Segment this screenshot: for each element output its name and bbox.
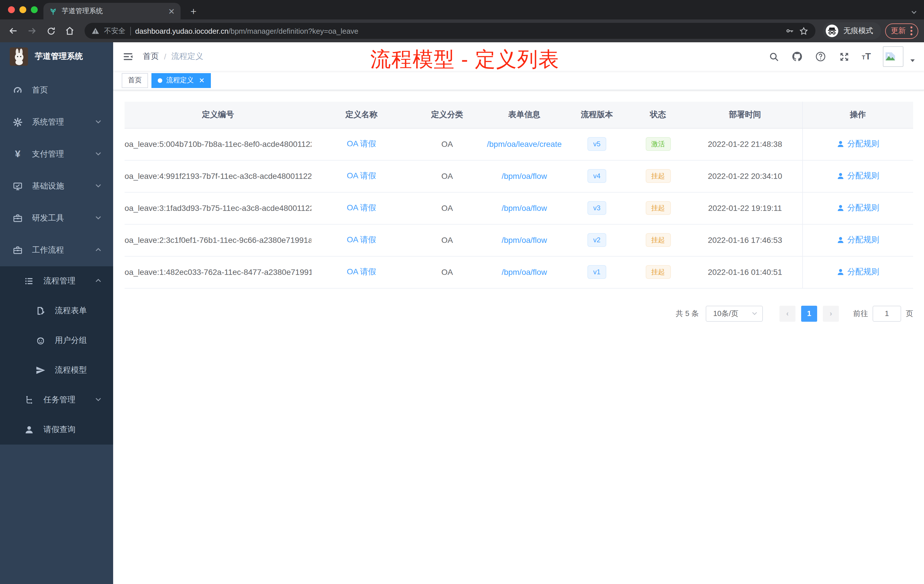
sidebar-item-label: 任务管理: [43, 395, 76, 405]
definition-name-link[interactable]: OA 请假: [347, 267, 376, 276]
form-icon: [35, 306, 46, 316]
password-key-icon[interactable]: [785, 26, 794, 35]
assign-rule-button[interactable]: 分配规则: [837, 139, 879, 149]
form-info-link[interactable]: /bpm/oa/flow: [502, 267, 547, 277]
table-row: oa_leave:2:3c1f0ef1-76b1-11ec-9c66-a2380…: [125, 224, 913, 256]
update-button[interactable]: 更新: [885, 23, 918, 39]
next-page-button[interactable]: ›: [823, 305, 839, 322]
goto-page-input[interactable]: 1: [873, 305, 901, 322]
sidebar-item-task-mgmt[interactable]: 任务管理: [0, 385, 113, 415]
close-window-button[interactable]: [8, 6, 15, 13]
current-page-button[interactable]: 1: [801, 305, 817, 322]
assign-rule-button[interactable]: 分配规则: [837, 234, 879, 245]
screen: 芋道管理系统 ✕ ＋ 不安全 dashboard.yudao.ioc: [0, 0, 924, 584]
sidebar-item-process-mgmt[interactable]: 流程管理: [0, 266, 113, 296]
cell-definition-name: OA 请假: [312, 256, 411, 288]
back-button[interactable]: [6, 23, 21, 38]
minimize-window-button[interactable]: [20, 6, 26, 13]
table-header-row: 定义编号定义名称定义分类表单信息流程版本状态部署时间操作: [125, 102, 913, 128]
form-info-link[interactable]: /bpm/oa/flow: [502, 236, 547, 244]
version-badge: v3: [587, 201, 606, 215]
page-unit-label: 页: [906, 308, 913, 318]
breadcrumb-home[interactable]: 首页: [143, 51, 159, 62]
definition-name-link[interactable]: OA 请假: [347, 139, 376, 148]
chevron-down-icon: [95, 118, 102, 127]
browser-toolbar: 不安全 dashboard.yudao.iocoder.cn/bpm/manag…: [0, 20, 924, 42]
address-bar[interactable]: 不安全 dashboard.yudao.iocoder.cn/bpm/manag…: [84, 23, 815, 39]
sidebar-item-payment[interactable]: ¥支付管理: [0, 138, 113, 170]
browser-menu-dots-icon[interactable]: [910, 26, 912, 35]
avatar-caret-icon[interactable]: [910, 55, 916, 66]
table-row: oa_leave:4:991f2193-7b7f-11ec-a3c8-acde4…: [125, 160, 913, 192]
assign-rule-label: 分配规则: [847, 203, 879, 213]
cell-deploy-time: 2022-01-22 19:19:11: [688, 192, 802, 224]
tag-active[interactable]: 流程定义✕: [152, 73, 211, 88]
sidebar-item-devtools[interactable]: 研发工具: [0, 202, 113, 234]
not-secure-warning-icon[interactable]: [91, 27, 99, 35]
sidebar-item-process-model[interactable]: 流程模型: [0, 355, 113, 385]
fullscreen-icon[interactable]: [838, 51, 850, 62]
forward-button[interactable]: [25, 23, 40, 38]
app-title: 芋道管理系统: [35, 51, 83, 62]
assign-rule-label: 分配规则: [847, 171, 879, 181]
tab-favicon-plant-icon: [49, 7, 57, 15]
assign-rule-button[interactable]: 分配规则: [837, 203, 879, 213]
form-info-link[interactable]: /bpm/oa/leave/create: [487, 139, 562, 148]
column-header: 状态: [628, 102, 688, 128]
prev-page-button[interactable]: ‹: [779, 305, 795, 322]
page-content: 定义编号定义名称定义分类表单信息流程版本状态部署时间操作 oa_leave:5:…: [113, 90, 924, 584]
search-icon[interactable]: [768, 51, 779, 62]
cell-form-info: /bpm/oa/flow: [483, 256, 566, 288]
tab-close-icon[interactable]: ✕: [168, 7, 175, 16]
form-info-link[interactable]: /bpm/oa/flow: [502, 203, 547, 213]
chevron-down-icon: [95, 150, 102, 159]
sidebar-item-label: 流程模型: [55, 365, 87, 375]
form-info-link[interactable]: /bpm/oa/flow: [502, 172, 547, 181]
zoom-window-button[interactable]: [31, 6, 38, 13]
definition-name-link[interactable]: OA 请假: [347, 171, 376, 180]
page-size-select[interactable]: 10条/页: [706, 305, 763, 322]
sidebar-menu: 首页系统管理¥支付管理基础设施研发工具工作流程流程管理流程表单用户分组流程模型任…: [0, 71, 113, 445]
new-tab-button[interactable]: ＋: [188, 5, 198, 18]
help-icon[interactable]: [815, 51, 826, 62]
definition-table: 定义编号定义名称定义分类表单信息流程版本状态部署时间操作 oa_leave:5:…: [125, 102, 913, 288]
browser-tab[interactable]: 芋道管理系统 ✕: [43, 3, 181, 20]
page-size-value: 10条/页: [713, 308, 738, 318]
yen-icon: ¥: [13, 149, 23, 159]
cell-version: v4: [566, 160, 628, 192]
sidebar-item-leave-query[interactable]: 请假查询: [0, 415, 113, 445]
tab-search-chevron-icon[interactable]: [911, 7, 917, 18]
status-badge: 激活: [645, 137, 671, 151]
reload-button[interactable]: [43, 23, 58, 38]
tag-item[interactable]: 首页: [122, 73, 148, 88]
definition-name-link[interactable]: OA 请假: [347, 235, 376, 244]
assign-rule-button[interactable]: 分配规则: [837, 171, 879, 181]
font-size-icon[interactable]: TT: [862, 51, 871, 62]
cell-deploy-time: 2022-01-22 20:34:10: [688, 160, 802, 192]
url-text[interactable]: dashboard.yudao.iocoder.cn/bpm/manager/d…: [135, 26, 358, 36]
chevron-down-icon: [95, 182, 102, 191]
sidebar-item-system[interactable]: 系统管理: [0, 106, 113, 138]
sidebar-item-workflow[interactable]: 工作流程: [0, 234, 113, 266]
tag-close-icon[interactable]: ✕: [199, 76, 205, 84]
sidebar-collapse-icon[interactable]: [122, 51, 134, 62]
home-button[interactable]: [62, 23, 77, 38]
cell-actions: 分配规则: [802, 224, 913, 256]
bookmark-star-icon[interactable]: [799, 26, 808, 36]
sidebar-item-home[interactable]: 首页: [0, 74, 113, 106]
user-avatar[interactable]: [883, 46, 903, 67]
not-secure-label[interactable]: 不安全: [104, 26, 125, 36]
sidebar-item-infra[interactable]: 基础设施: [0, 170, 113, 202]
assign-rule-label: 分配规则: [847, 139, 879, 149]
url-host: dashboard.yudao.iocoder.cn: [135, 27, 229, 35]
sidebar-logo[interactable]: 芋道管理系统: [0, 42, 113, 71]
sidebar-item-user-group[interactable]: 用户分组: [0, 326, 113, 355]
person-icon: [837, 172, 845, 180]
sidebar-item-process-form[interactable]: 流程表单: [0, 296, 113, 326]
assign-rule-button[interactable]: 分配规则: [837, 267, 879, 277]
definition-name-link[interactable]: OA 请假: [347, 203, 376, 212]
github-icon[interactable]: [792, 51, 803, 62]
status-badge: 挂起: [645, 169, 671, 183]
status-badge: 挂起: [645, 201, 671, 215]
tags-view: 首页流程定义✕: [113, 71, 924, 90]
